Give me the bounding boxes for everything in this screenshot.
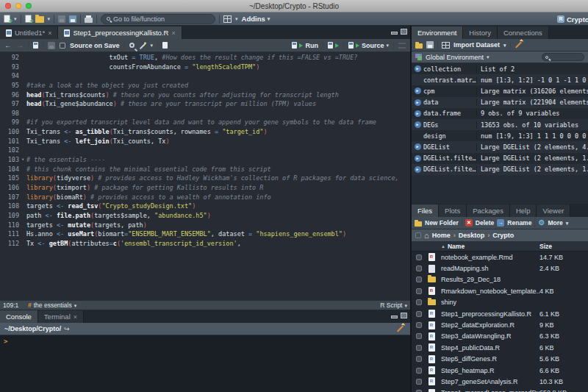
file-checkbox[interactable] <box>416 322 422 328</box>
save-icon[interactable] <box>58 15 65 23</box>
file-checkbox[interactable] <box>416 379 422 385</box>
file-checkbox[interactable] <box>416 345 422 351</box>
file-name[interactable]: Step4_publicData.R <box>441 344 539 352</box>
breadcrumb-crypto[interactable]: Crypto <box>492 232 514 239</box>
tab-step1-preprocessing[interactable]: Step1_preprocessingKallisto.R × <box>58 26 182 39</box>
delete-icon[interactable]: ✕ <box>465 219 473 227</box>
tab-help[interactable]: Help <box>510 204 537 217</box>
save-all-icon[interactable] <box>69 15 76 23</box>
select-all-checkbox[interactable] <box>415 232 421 238</box>
more-button[interactable]: More <box>548 219 562 227</box>
tab-history[interactable]: History <box>463 26 498 39</box>
file-checkbox[interactable] <box>416 311 422 317</box>
new-file-dropdown-icon[interactable]: ▾ <box>14 16 17 21</box>
file-row[interactable]: RStep6_heatmap.R6.6 KB <box>412 365 588 376</box>
print-icon[interactable] <box>85 18 93 23</box>
import-dataset-dropdown-icon[interactable]: ▾ <box>503 43 506 48</box>
file-name[interactable]: Step1_preprocessingKallisto.R <box>441 310 539 318</box>
fold-toggle-icon[interactable]: ▾ <box>19 155 26 165</box>
tab-packages[interactable]: Packages <box>467 204 510 217</box>
clear-console-icon[interactable] <box>397 326 404 332</box>
name-column-header[interactable]: ▲ Name <box>441 243 465 250</box>
save-workspace-icon[interactable] <box>426 41 434 49</box>
new-folder-button[interactable]: New Folder <box>425 219 459 227</box>
home-icon[interactable]: ⌂ <box>424 232 429 240</box>
file-checkbox[interactable] <box>416 333 422 339</box>
file-checkbox[interactable] <box>416 299 422 305</box>
file-checkbox[interactable] <box>416 277 422 282</box>
delete-button[interactable]: Delete <box>476 219 495 227</box>
close-tab-icon[interactable]: × <box>171 29 175 37</box>
minimize-pane-icon[interactable] <box>391 32 398 35</box>
rename-icon[interactable]: → <box>497 219 504 227</box>
minimize-pane-icon[interactable] <box>391 316 398 318</box>
code-tools-icon[interactable] <box>139 43 145 49</box>
environment-scope-selector[interactable]: Global Environment <box>426 54 484 61</box>
file-row[interactable]: Results_29_Dec_18 <box>412 274 588 285</box>
compile-report-icon[interactable] <box>162 42 168 49</box>
expand-variable-icon[interactable]: ▶ <box>412 155 423 162</box>
tab-files[interactable]: Files <box>412 204 439 217</box>
expand-variable-icon[interactable]: ▶ <box>412 110 423 117</box>
tab-console[interactable]: Console <box>0 310 38 323</box>
file-type-selector[interactable]: R Script ▾ <box>380 302 407 309</box>
run-button[interactable]: Run <box>292 42 318 49</box>
rerun-button[interactable] <box>328 42 339 49</box>
maximize-pane-icon[interactable] <box>401 313 407 318</box>
file-row[interactable]: shiny <box>412 297 588 308</box>
tab-untitled1[interactable]: Untitled1* × <box>0 26 58 39</box>
environment-variable-row[interactable]: ▶DEGs13653 obs. of 10 variables <box>412 119 588 130</box>
maximize-pane-icon[interactable] <box>401 29 407 35</box>
file-row[interactable]: Trans1_mergedLanes_mergedRu...652.8 KB <box>412 388 588 392</box>
file-name[interactable]: Step5_diffGenes.R <box>441 355 539 363</box>
expand-variable-icon[interactable]: ▶ <box>412 99 423 106</box>
rename-button[interactable]: Rename <box>507 219 531 227</box>
pane-layout-dropdown-icon[interactable]: ▾ <box>235 16 238 21</box>
file-row[interactable]: RStep5_diffGenes.R5.6 KB <box>412 354 588 365</box>
file-row[interactable]: RStep1_preprocessingKallisto.R6.1 KB <box>412 308 588 319</box>
section-selector[interactable]: # the essentials ▾ <box>28 302 76 309</box>
source-on-save-checkbox[interactable] <box>60 43 65 49</box>
goto-directory-icon[interactable]: ↪ <box>64 325 70 332</box>
expand-variable-icon[interactable]: ▶ <box>412 121 423 128</box>
save-source-icon[interactable] <box>48 42 55 49</box>
environment-search-input[interactable] <box>542 53 584 61</box>
file-name[interactable]: Step6_heatmap.R <box>441 367 539 374</box>
environment-variable-row[interactable]: ▶collectionList of 2 <box>412 63 588 74</box>
file-row[interactable]: RStep7_geneSetAnalysis.R10.3 KB <box>412 376 588 387</box>
file-name[interactable]: Rmarkdown_notebook_template.... <box>441 288 539 295</box>
pane-layout-icon[interactable] <box>223 15 232 23</box>
breadcrumb-home[interactable]: Home <box>432 232 451 239</box>
expand-variable-icon[interactable]: ▶ <box>412 166 423 173</box>
file-name[interactable]: shiny <box>441 299 539 306</box>
environment-variable-row[interactable]: designnum [1:9, 1:3] 1 1 1 0 0 0 0 <box>412 130 588 141</box>
file-checkbox[interactable] <box>416 288 422 294</box>
environment-variable-row[interactable]: ▶cpmLarge matrix (316206 elements <box>412 85 588 96</box>
load-workspace-icon[interactable] <box>415 43 423 49</box>
file-checkbox[interactable] <box>416 356 422 362</box>
project-menu[interactable]: R Crypto <box>557 13 588 26</box>
file-name[interactable]: Step7_geneSetAnalysis.R <box>441 378 539 385</box>
file-checkbox[interactable] <box>416 368 422 374</box>
expand-variable-icon[interactable]: ▶ <box>412 88 423 94</box>
expand-variable-icon[interactable]: ▶ <box>412 65 423 72</box>
popout-editor-icon[interactable] <box>33 42 38 49</box>
tab-terminal[interactable]: Terminal × <box>38 310 84 323</box>
file-row[interactable]: RStep2_dataExploration.R9 KB <box>412 319 588 330</box>
environment-variable-row[interactable]: ▶DGEListLarge DGEList (2 elements, 4. <box>412 141 588 152</box>
code-editor[interactable]: 92 txOut = TRUE, #How does the result ch… <box>0 52 410 300</box>
back-icon[interactable]: ← <box>4 42 12 49</box>
file-name[interactable]: Trans1_mergedLanes_mergedRu... <box>441 389 539 392</box>
file-name[interactable]: Step2_dataExploration.R <box>441 321 539 329</box>
file-row[interactable]: RStep3_dataWrangling.R6.3 KB <box>412 331 588 342</box>
console-output[interactable]: > <box>0 335 410 392</box>
file-name[interactable]: Results_29_Dec_18 <box>441 276 539 283</box>
environment-variable-row[interactable]: ▶data.frame9 obs. of 9 variables <box>412 108 588 119</box>
file-name[interactable]: readMapping.sh <box>441 265 539 272</box>
file-checkbox[interactable] <box>416 254 422 260</box>
expand-variable-icon[interactable]: ▶ <box>412 143 423 150</box>
environment-variable-row[interactable]: ▶dataLarge matrix (221904 elements <box>412 97 588 108</box>
find-replace-icon[interactable] <box>129 43 135 48</box>
goto-file-function-input[interactable]: Go to file/function <box>101 14 215 24</box>
environment-variable-row[interactable]: contrast.matr…num [1:3, 1:2] -1 0 1 -1 1… <box>412 74 588 85</box>
